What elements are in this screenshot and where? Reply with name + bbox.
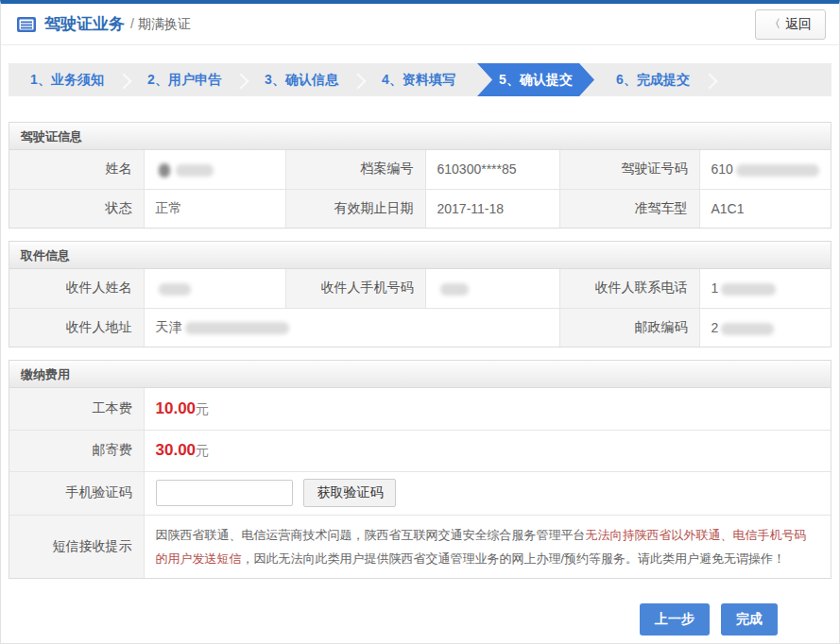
status-value: 正常 [144, 189, 285, 228]
step-6-finish-submit[interactable]: 6、完成提交 [594, 63, 711, 96]
recipient-mobile-value [425, 269, 559, 308]
license-info-table: 姓名 档案编号 610300****85 驾驶证号码 610 状态 正常 有效期… [9, 150, 831, 228]
back-button[interactable]: 〈 返回 [755, 9, 826, 40]
sms-code-cell: 获取验证码 [144, 471, 831, 515]
pickup-info-section: 取件信息 收件人姓名 收件人手机号码 收件人联系电话 1 收件人地址 天津 邮政… [9, 241, 831, 347]
recipient-phone-label: 收件人联系电话 [559, 269, 699, 308]
recipient-phone-value: 1 [699, 269, 831, 308]
fees-section-title: 缴纳费用 [9, 361, 831, 388]
table-row: 邮寄费 30.00元 [9, 430, 831, 471]
table-row: 收件人姓名 收件人手机号码 收件人联系电话 1 [9, 269, 831, 308]
file-no-label: 档案编号 [285, 150, 425, 189]
breadcrumb-current: 期满换证 [138, 16, 191, 31]
finish-button[interactable]: 完成 [721, 603, 778, 636]
vehicle-type-value: A1C1 [699, 189, 831, 228]
back-button-label: 返回 [785, 16, 812, 33]
recipient-address-value: 天津 [144, 308, 559, 347]
production-fee-value: 10.00元 [144, 388, 831, 430]
sms-code-input[interactable] [156, 480, 293, 506]
table-row: 姓名 档案编号 610300****85 驾驶证号码 610 [9, 150, 831, 189]
page-title: 驾驶证业务 [44, 13, 125, 35]
vehicle-type-label: 准驾车型 [559, 189, 699, 228]
sms-notice-label: 短信接收提示 [9, 515, 144, 578]
table-row: 手机验证码 获取验证码 [9, 471, 831, 515]
sms-notice-text: 因陕西省联通、电信运营商技术问题，陕西省互联网交通安全综合服务管理平台无法向持陕… [144, 515, 831, 578]
pickup-info-section-title: 取件信息 [9, 242, 831, 269]
production-fee-label: 工本费 [9, 388, 144, 430]
license-list-icon [16, 16, 37, 33]
pickup-info-table: 收件人姓名 收件人手机号码 收件人联系电话 1 收件人地址 天津 邮政编码 2 [9, 269, 831, 347]
sms-code-label: 手机验证码 [9, 471, 144, 515]
table-row: 状态 正常 有效期止日期 2017-11-18 准驾车型 A1C1 [9, 189, 831, 228]
step-5-confirm-submit[interactable]: 5、确认提交 [477, 63, 594, 96]
step-4-fill-info[interactable]: 4、资料填写 [360, 63, 477, 96]
fees-table: 工本费 10.00元 邮寄费 30.00元 手机验证码 获取验证码 短信接收提示… [9, 388, 831, 578]
recipient-mobile-label: 收件人手机号码 [285, 269, 425, 308]
file-no-value: 610300****85 [425, 150, 559, 189]
mailing-fee-label: 邮寄费 [9, 430, 144, 471]
postcode-value: 2 [699, 308, 831, 347]
table-row: 工本费 10.00元 [9, 388, 831, 430]
bottom-actions: 上一步 完成 [1, 579, 839, 636]
previous-step-button[interactable]: 上一步 [640, 603, 710, 636]
chevron-left-icon: 〈 [769, 16, 780, 32]
step-2-user-declaration[interactable]: 2、用户申告 [126, 63, 243, 96]
license-info-section: 驾驶证信息 姓名 档案编号 610300****85 驾驶证号码 610 状态 … [9, 122, 831, 229]
header: 驾驶证业务 /期满换证 〈 返回 [1, 4, 839, 45]
recipient-name-value [144, 269, 285, 308]
postcode-label: 邮政编码 [559, 308, 699, 347]
table-row: 短信接收提示 因陕西省联通、电信运营商技术问题，陕西省互联网交通安全综合服务管理… [9, 515, 831, 578]
license-no-value: 610 [699, 150, 831, 189]
mailing-fee-value: 30.00元 [144, 430, 831, 471]
license-info-section-title: 驾驶证信息 [9, 123, 831, 150]
step-3-confirm-info[interactable]: 3、确认信息 [243, 63, 360, 96]
table-row: 收件人地址 天津 邮政编码 2 [9, 308, 831, 347]
get-sms-code-button[interactable]: 获取验证码 [303, 479, 396, 507]
page: 驾驶证业务 /期满换证 〈 返回 1、业务须知 2、用户申告 3、确认信息 4、… [0, 0, 840, 644]
recipient-name-label: 收件人姓名 [9, 269, 144, 308]
step-1-business-notice[interactable]: 1、业务须知 [9, 63, 126, 96]
expiry-value: 2017-11-18 [425, 189, 559, 228]
step-wizard: 1、业务须知 2、用户申告 3、确认信息 4、资料填写 5、确认提交 6、完成提… [9, 63, 831, 96]
name-value [144, 150, 285, 189]
recipient-address-label: 收件人地址 [9, 308, 144, 347]
name-label: 姓名 [9, 150, 144, 189]
license-no-label: 驾驶证号码 [559, 150, 699, 189]
fees-section: 缴纳费用 工本费 10.00元 邮寄费 30.00元 手机验证码 获取验证码 短… [9, 360, 831, 579]
breadcrumb: /期满换证 [130, 16, 191, 33]
expiry-label: 有效期止日期 [285, 189, 425, 228]
status-label: 状态 [9, 189, 144, 228]
